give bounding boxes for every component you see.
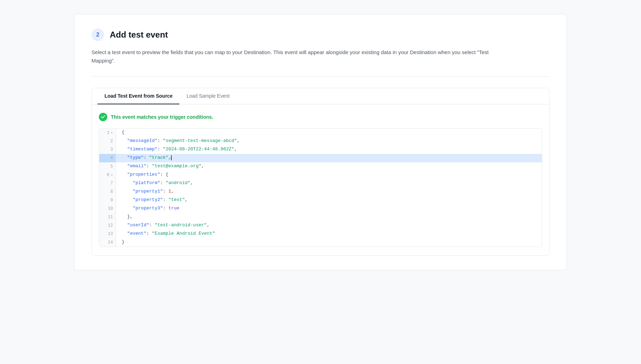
line-number-11: 11 <box>99 213 116 221</box>
success-message: This event matches your trigger conditio… <box>111 114 213 120</box>
line-num-label: 4 <box>110 156 113 161</box>
code-line-11: 11 }, <box>99 213 542 221</box>
line-content-4: "type": "track", <box>116 154 542 162</box>
line-num-label: 3 <box>110 147 113 152</box>
code-line-13: 13 "event": "Example Android Event" <box>99 230 542 238</box>
line-content-12: "userId": "test-android-user", <box>116 221 542 230</box>
line-num-label: 11 <box>108 215 113 220</box>
line-content-7: "platform": "android", <box>116 179 542 188</box>
step-description: Select a test event to preview the field… <box>91 48 514 65</box>
code-line-7: 7 "platform": "android", <box>99 179 542 188</box>
line-num-label: 10 <box>108 206 113 211</box>
tab-load-test-event[interactable]: Load Test Event from Source <box>97 88 179 104</box>
collapse-arrow-6[interactable]: ▾ <box>111 173 113 177</box>
collapse-arrow-1[interactable]: ▾ <box>111 131 113 135</box>
tab-content: This event matches your trigger conditio… <box>92 104 549 255</box>
code-line-1: 1 ▾ { <box>99 129 542 137</box>
line-content-8: "property1": 1, <box>116 188 542 196</box>
line-num-label: 6 <box>107 173 109 177</box>
code-line-5: 5 "email": "test@example.org", <box>99 162 542 171</box>
line-content-3: "timestamp": "2024-08-20T22:44:48.962Z", <box>116 145 542 154</box>
success-icon <box>99 113 107 121</box>
page-container: 2 Add test event Select a test event to … <box>74 14 567 270</box>
line-number-8: 8 <box>99 188 116 196</box>
line-content-9: "property2": "test", <box>116 196 542 204</box>
line-num-label: 13 <box>108 232 113 236</box>
line-content-1: { <box>116 129 542 137</box>
code-line-3: 3 "timestamp": "2024-08-20T22:44:48.962Z… <box>99 145 542 154</box>
line-number-3: 3 <box>99 145 116 154</box>
code-editor: 1 ▾ { 2 "messageId": "segment-test-messa… <box>99 128 542 247</box>
code-line-12: 12 "userId": "test-android-user", <box>99 221 542 230</box>
line-number-13: 13 <box>99 230 116 238</box>
section-divider <box>91 76 550 77</box>
line-number-2: 2 <box>99 137 116 145</box>
line-number-9: 9 <box>99 196 116 204</box>
line-number-6: 6 ▾ <box>99 171 116 179</box>
line-num-label: 7 <box>110 181 113 186</box>
code-line-6: 6 ▾ "properties": { <box>99 171 542 179</box>
line-content-2: "messageId": "segment-test-message-abcd"… <box>116 137 542 145</box>
checkmark-icon <box>101 115 106 119</box>
line-num-label: 12 <box>108 223 113 228</box>
tabs-container: Load Test Event from Source Load Sample … <box>91 88 550 256</box>
line-number-1: 1 ▾ <box>99 129 116 137</box>
line-content-10: "property3": true <box>116 204 542 213</box>
line-number-7: 7 <box>99 179 116 188</box>
line-number-4: 4 <box>99 154 116 162</box>
line-num-label: 9 <box>110 198 113 203</box>
line-number-10: 10 <box>99 204 116 213</box>
line-content-5: "email": "test@example.org", <box>116 162 542 171</box>
code-line-2: 2 "messageId": "segment-test-message-abc… <box>99 137 542 145</box>
line-num-label: 2 <box>110 139 113 144</box>
success-banner: This event matches your trigger conditio… <box>99 113 542 121</box>
line-number-5: 5 <box>99 162 116 171</box>
code-line-4: 4 "type": "track", <box>99 154 542 162</box>
line-number-12: 12 <box>99 221 116 230</box>
line-num-label: 1 <box>107 130 109 135</box>
tabs-header: Load Test Event from Source Load Sample … <box>92 88 549 104</box>
code-line-14: 14 } <box>99 238 542 247</box>
code-line-8: 8 "property1": 1, <box>99 188 542 196</box>
step-title: Add test event <box>110 30 168 40</box>
line-content-11: }, <box>116 213 542 221</box>
line-content-13: "event": "Example Android Event" <box>116 230 542 238</box>
step-header: 2 Add test event <box>91 28 550 41</box>
line-num-label: 8 <box>110 189 113 194</box>
line-number-14: 14 <box>99 238 116 247</box>
tab-load-sample-event[interactable]: Load Sample Event <box>179 88 236 104</box>
code-line-10: 10 "property3": true <box>99 204 542 213</box>
step-number: 2 <box>91 28 104 41</box>
line-content-6: "properties": { <box>116 171 542 179</box>
line-num-label: 14 <box>108 240 113 245</box>
line-num-label: 5 <box>110 164 113 169</box>
code-line-9: 9 "property2": "test", <box>99 196 542 204</box>
line-content-14: } <box>116 238 542 247</box>
